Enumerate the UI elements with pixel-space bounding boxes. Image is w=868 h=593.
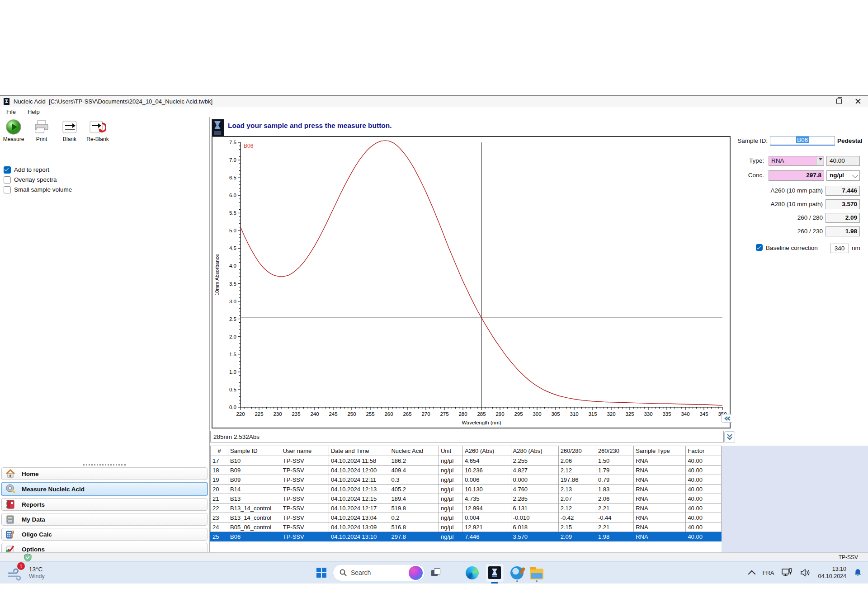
table-row-17[interactable]: 17B10TP-SSV04.10.2024 11:58186.2ng/µl4.6…: [211, 456, 722, 466]
windows-logo-icon: [316, 568, 326, 578]
sample-id-input[interactable]: B06: [770, 136, 835, 146]
type-dropdown-button[interactable]: [816, 157, 823, 165]
col-header-user-name[interactable]: User name: [281, 446, 329, 456]
col-header-sample-id[interactable]: Sample ID: [228, 446, 281, 456]
checkbox-add-to-report[interactable]: Add to report: [4, 166, 72, 174]
col-header-nucleic-acid[interactable]: Nucleic Acid: [389, 446, 439, 456]
close-button[interactable]: [848, 96, 868, 106]
table-row-23[interactable]: 23B13_14_controlTP-SSV04.10.2024 13:040.…: [211, 513, 722, 522]
nanodrop-app-button[interactable]: [485, 563, 504, 582]
taskbar-clock[interactable]: 13:10 04.10.2024: [818, 565, 846, 580]
results-table[interactable]: #Sample IDUser nameDate and TimeNucleic …: [210, 446, 722, 541]
col-header-a260-abs-[interactable]: A260 (Abs): [462, 446, 511, 456]
conc-unit-dropdown[interactable]: ng/µl: [826, 170, 860, 181]
cursor-readout: 285nm 2.532Abs: [213, 433, 259, 440]
unchecked-checkbox-icon[interactable]: [4, 176, 11, 184]
start-button[interactable]: [316, 568, 326, 578]
table-cell: RNA: [634, 466, 686, 475]
maximize-button[interactable]: [829, 96, 849, 106]
conc-unit-value: ng/µl: [830, 172, 844, 179]
table-cell: 20: [211, 485, 228, 494]
title-bar: Nucleic Acid [C:\Users\TP-SSV\Documents\…: [0, 96, 868, 107]
checkbox-overlay-spectra[interactable]: Overlay spectra: [4, 176, 72, 184]
col-header-a280-abs-[interactable]: A280 (Abs): [511, 446, 558, 456]
table-row-20[interactable]: 20B14TP-SSV04.10.2024 12:13405.2ng/µl10.…: [211, 485, 722, 494]
svg-text:Wavelength (nm): Wavelength (nm): [462, 420, 501, 425]
network-icon[interactable]: [782, 568, 793, 577]
table-cell: RNA: [634, 504, 686, 513]
dropdown-arrow-icon: [819, 158, 822, 160]
table-cell: 516.8: [389, 522, 439, 532]
print-button[interactable]: Print: [30, 119, 53, 142]
collapse-table-button[interactable]: [724, 431, 735, 443]
table-row-19[interactable]: 19B09TP-SSV04.10.2024 12:110.3ng/µl0.006…: [211, 475, 722, 485]
table-cell: 40.00: [686, 485, 722, 494]
table-row-24[interactable]: 24B05_06_controlTP-SSV04.10.2024 13:0951…: [211, 522, 722, 532]
table-cell: 25: [211, 532, 228, 541]
sidebar-item-my-data[interactable]: My Data: [1, 513, 208, 526]
svg-text:6.0: 6.0: [229, 193, 236, 198]
table-cell: 40.00: [686, 504, 722, 513]
menu-file[interactable]: File: [6, 108, 16, 115]
col-header-factor[interactable]: Factor: [686, 446, 722, 456]
sidebar-item-oligo-calc[interactable]: Oligo Calc: [1, 528, 208, 541]
col-header-260-280[interactable]: 260/280: [558, 446, 596, 456]
checkbox-small-sample-volume[interactable]: Small sample volume: [4, 186, 72, 193]
sidebar-item-label: Options: [22, 546, 45, 553]
collapse-panel-button[interactable]: [721, 414, 734, 423]
clock-date: 04.10.2024: [818, 573, 846, 580]
checked-checkbox-icon[interactable]: [4, 166, 11, 174]
table-cell: ng/µl: [439, 522, 462, 532]
col-header-unit[interactable]: Unit: [439, 446, 462, 456]
paint-icon: [510, 566, 524, 579]
search-highlight-icon[interactable]: [409, 566, 423, 580]
re-blank-button[interactable]: Re-Blank: [86, 119, 109, 142]
baseline-row: Baseline correction 340 nm: [732, 244, 868, 254]
table-row-25[interactable]: 25B06TP-SSV04.10.2024 13:10297.8ng/µl7.4…: [211, 532, 722, 541]
volume-icon[interactable]: [800, 569, 810, 577]
baseline-wavelength-input[interactable]: 340: [830, 244, 849, 253]
ratio-260-280-value: 2.09: [826, 213, 860, 223]
sidebar-item-measure-nucleic-acid[interactable]: Measure Nucleic Acid: [1, 482, 208, 496]
taskbar-weather-widget[interactable]: 1 13°C Windy: [7, 564, 45, 581]
hidden-icons-chevron[interactable]: [748, 570, 756, 578]
sidebar-item-label: Oligo Calc: [22, 531, 52, 538]
my-data-icon: [5, 514, 15, 524]
col-header-date-and-time[interactable]: Date and Time: [329, 446, 389, 456]
conc-label: Conc.: [732, 172, 764, 179]
table-cell: 04.10.2024 13:04: [329, 513, 389, 522]
table-row-22[interactable]: 22B13_14_controlTP-SSV04.10.2024 12:1751…: [211, 504, 722, 513]
col-header--[interactable]: #: [211, 446, 228, 456]
splitter-handle[interactable]: [83, 464, 126, 466]
svg-text:0.0: 0.0: [229, 405, 236, 410]
menu-help[interactable]: Help: [28, 108, 40, 115]
type-dropdown[interactable]: RNA: [769, 156, 824, 166]
table-cell: 19: [211, 475, 228, 485]
unchecked-checkbox-icon[interactable]: [4, 186, 11, 193]
measure-button[interactable]: Measure: [2, 119, 25, 142]
sidebar-item-home[interactable]: Home: [1, 467, 208, 480]
table-cell: TP-SSV: [281, 466, 329, 475]
notifications-bell-icon[interactable]: [854, 569, 862, 577]
table-cell: 04.10.2024 12:11: [329, 475, 389, 485]
table-cell: 10.130: [462, 485, 511, 494]
table-row-21[interactable]: 21B13TP-SSV04.10.2024 12:15189.4ng/µl4.7…: [211, 494, 722, 504]
taskbar-search[interactable]: Search: [333, 564, 425, 581]
paint-app-button[interactable]: [510, 566, 524, 579]
minimize-button[interactable]: [807, 96, 827, 106]
sidebar-item-reports[interactable]: Reports: [1, 498, 208, 511]
col-header-260-230[interactable]: 260/230: [596, 446, 633, 456]
col-header-sample-type[interactable]: Sample Type: [634, 446, 686, 456]
file-explorer-button[interactable]: [530, 566, 543, 579]
blank-button[interactable]: Blank: [58, 119, 81, 142]
svg-text:5.0: 5.0: [229, 228, 236, 233]
table-row-18[interactable]: 18B09TP-SSV04.10.2024 12:00409.4ng/µl10.…: [211, 466, 722, 475]
table-cell: 0.79: [596, 475, 633, 485]
spectrum-chart[interactable]: 2202252302352402452502552602652702752802…: [212, 136, 731, 428]
language-indicator[interactable]: FRA: [762, 569, 774, 576]
checkbox-label: Add to report: [14, 166, 49, 173]
reports-icon: [5, 499, 15, 509]
baseline-checkbox[interactable]: [756, 244, 763, 251]
task-view-button[interactable]: [431, 568, 440, 577]
edge-browser-button[interactable]: [466, 566, 479, 579]
